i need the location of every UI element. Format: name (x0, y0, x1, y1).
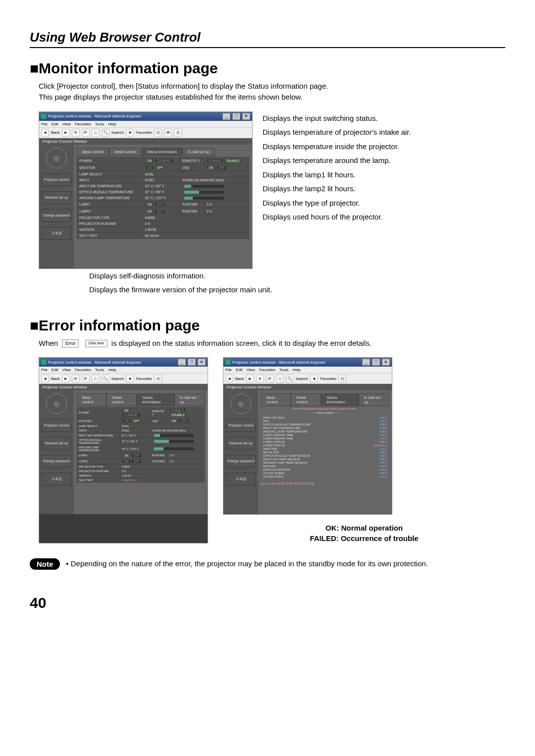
legend-ok: OK: Normal operation (223, 523, 505, 533)
minimize-icon[interactable]: _ (362, 359, 370, 366)
sidebar-item-network-setup[interactable]: Network set up (226, 437, 256, 450)
tab-status-information[interactable]: Status information (321, 393, 359, 406)
menu-tools[interactable]: Tools (95, 368, 105, 372)
tab-status-information[interactable]: Status information (142, 148, 182, 156)
menu-view[interactable]: View (247, 368, 255, 372)
forward-icon[interactable]: ► (62, 375, 70, 382)
tab-email-setup[interactable]: E-mail set up (359, 393, 389, 406)
row-power: POWER (77, 157, 143, 164)
tab-email-setup[interactable]: E-mail set up (182, 148, 215, 156)
menu-file[interactable]: File (41, 122, 48, 126)
lamp1-runtime-value: 1 H (167, 452, 204, 458)
menu-help[interactable]: Help (292, 368, 300, 372)
menu-file[interactable]: File (225, 368, 232, 372)
sidebar-item-change-password[interactable]: Change password (42, 455, 71, 468)
forward-icon[interactable]: ► (246, 375, 254, 382)
stop-icon[interactable]: ✕ (72, 375, 80, 382)
click-here-badge[interactable]: Click here (85, 340, 107, 347)
refresh-icon[interactable]: ⟳ (266, 375, 274, 382)
menu-edit[interactable]: Edit (52, 368, 58, 372)
app-icon (41, 114, 46, 119)
menu-view[interactable]: View (62, 368, 71, 372)
print-icon[interactable]: ⎙ (174, 129, 182, 137)
favorites-icon[interactable]: ★ (310, 375, 318, 382)
menu-edit[interactable]: Edit (236, 368, 243, 372)
search-icon[interactable]: 🔍 (102, 129, 109, 137)
check-item-ok: [ OK ] (379, 468, 387, 471)
annotation-lamp2-hours: Displays the lamp2 lit hours. (263, 182, 505, 196)
menu-file[interactable]: File (41, 368, 48, 372)
favorites-label: Favorites (136, 377, 152, 381)
maximize-icon[interactable]: □ (372, 359, 380, 366)
maximize-icon[interactable]: □ (232, 113, 240, 120)
sidebar-item-japanese[interactable]: 日本語 (226, 473, 256, 486)
refresh-icon[interactable]: ⟳ (82, 129, 90, 137)
search-icon[interactable]: 🔍 (102, 375, 109, 382)
close-icon[interactable]: ✕ (242, 113, 250, 120)
search-icon[interactable]: 🔍 (286, 375, 294, 382)
sidebar-item-projector-control[interactable]: Projector control (42, 173, 71, 186)
lamp1-runtime-value: 1 H (204, 201, 249, 208)
error-intro-prefix: When (39, 339, 60, 347)
forward-icon[interactable]: ► (62, 129, 70, 137)
minimize-icon[interactable]: _ (222, 113, 230, 120)
menu-tools[interactable]: Tools (279, 368, 289, 372)
menu-tools[interactable]: Tools (95, 122, 105, 126)
sidebar-item-projector-control[interactable]: Projector control (42, 419, 71, 432)
tab-detail-control[interactable]: Detail control (107, 393, 137, 406)
menu-help[interactable]: Help (108, 122, 116, 126)
sidebar-item-japanese[interactable]: 日本語 (42, 473, 71, 486)
back-icon[interactable]: ◄ (41, 375, 49, 382)
close-icon[interactable]: ✕ (198, 359, 206, 366)
tab-email-setup[interactable]: E-mail set up (174, 393, 205, 406)
stop-icon[interactable]: ✕ (256, 375, 264, 382)
history-icon[interactable]: ◴ (338, 375, 346, 382)
home-icon[interactable]: ⌂ (92, 129, 100, 137)
back-icon[interactable]: ◄ (41, 129, 49, 137)
menu-favorites[interactable]: Favorites (259, 368, 275, 372)
tab-detail-control[interactable]: Detail control (291, 393, 321, 406)
sidebar-item-japanese[interactable]: 日本語 (42, 227, 71, 240)
menu-help[interactable]: Help (108, 368, 116, 372)
note-badge: Note (30, 558, 60, 570)
refresh-icon[interactable]: ⟳ (82, 375, 90, 382)
annotation-inside-temp: Displays temperature inside the projecto… (263, 140, 505, 154)
check-item-ok: [ OK ] (379, 451, 387, 454)
row-projector-type: PROJECTOR TYPE (77, 215, 143, 221)
sidebar-item-projector-control[interactable]: Projector control (226, 419, 256, 432)
row-around-temp: AROUND LAMP TEMPERATURE (77, 195, 143, 201)
tab-detail-control[interactable]: Detail control (109, 148, 142, 156)
history-icon[interactable]: ◴ (154, 375, 162, 382)
row-remote: REMOTE 2 (151, 408, 168, 418)
menu-view[interactable]: View (62, 122, 71, 126)
tab-basic-control[interactable]: Basic control (77, 393, 107, 406)
home-icon[interactable]: ⌂ (92, 375, 100, 382)
menu-favorites[interactable]: Favorites (75, 122, 91, 126)
osd-on: ON (169, 419, 178, 423)
favorites-icon[interactable]: ★ (126, 375, 134, 382)
close-icon[interactable]: ✕ (382, 359, 390, 366)
tab-status-information[interactable]: Status information (137, 393, 174, 406)
menu-bar[interactable]: File Edit View Favorites Tools Help (39, 121, 252, 128)
back-icon[interactable]: ◄ (225, 375, 233, 382)
history-icon[interactable]: ◴ (154, 129, 162, 137)
sidebar-item-change-password[interactable]: Change password (42, 209, 71, 222)
brand-logo-icon: ◎ (46, 393, 67, 414)
sidebar-item-network-setup[interactable]: Network set up (42, 437, 71, 450)
selftest-value: No errors (143, 233, 249, 239)
maximize-icon[interactable]: □ (188, 359, 196, 366)
minimize-icon[interactable]: _ (178, 359, 186, 366)
tab-basic-control[interactable]: Basic control (77, 148, 109, 156)
sidebar-item-change-password[interactable]: Change password (226, 455, 256, 468)
sidebar-item-network-setup[interactable]: Network set up (42, 191, 71, 204)
menu-favorites[interactable]: Favorites (75, 368, 91, 372)
tab-basic-control[interactable]: Basic control (261, 393, 291, 406)
home-icon[interactable]: ⌂ (276, 375, 284, 382)
row-lamp2: LAMP2 (77, 208, 143, 215)
stop-icon[interactable]: ✕ (72, 129, 80, 137)
check-item-ok: [ OK ] (379, 461, 387, 464)
mail-icon[interactable]: ✉ (164, 129, 172, 137)
menu-edit[interactable]: Edit (52, 122, 58, 126)
favorites-icon[interactable]: ★ (126, 129, 134, 137)
annotation-lamp1-hours: Displays the lamp1 lit hours. (263, 168, 505, 182)
